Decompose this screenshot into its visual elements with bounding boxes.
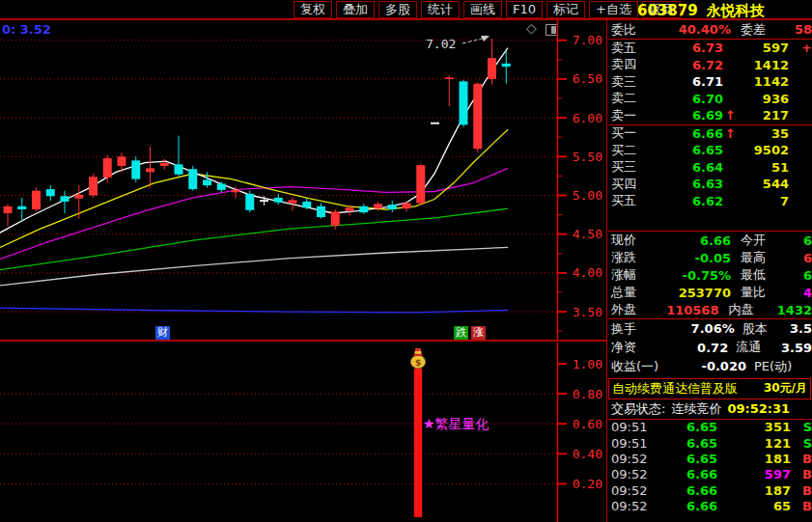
bid-price: 6.65 bbox=[661, 143, 723, 157]
tick-row: 09:526.66187B bbox=[608, 482, 812, 498]
fund-row: 收益(一)-0.020PE(动) bbox=[608, 357, 812, 376]
stat-row: 总量253770量比4 bbox=[608, 284, 812, 301]
stat-value: 6.66 bbox=[661, 234, 731, 248]
tick-price: 6.65 bbox=[656, 420, 717, 434]
bid-volume: 51 bbox=[739, 160, 789, 175]
stat-label: 现价 bbox=[611, 232, 661, 249]
ask-price: 6.69 bbox=[661, 108, 723, 123]
tick-price: 6.66 bbox=[656, 499, 717, 513]
stat-row: 现价6.66今开6 bbox=[608, 232, 812, 249]
tick-volume: 121 bbox=[717, 436, 791, 451]
weibi-label: 委比 bbox=[611, 21, 661, 39]
tab-finance[interactable]: 财 bbox=[155, 326, 170, 340]
ask-price: 6.73 bbox=[661, 41, 723, 55]
menu-fuquan[interactable]: 复权 bbox=[294, 1, 332, 18]
weibi-row: 委比 40.40% 委差 58 bbox=[608, 20, 812, 39]
menu-huaxian[interactable]: 画线 bbox=[463, 1, 502, 18]
fund-row: 换手7.06%股本3.5 bbox=[608, 319, 812, 339]
stat-value: 253770 bbox=[661, 286, 731, 300]
tick-side: B bbox=[791, 483, 812, 498]
svg-text:0.20: 0.20 bbox=[573, 477, 602, 491]
menu-tongji[interactable]: 统计 bbox=[421, 1, 460, 18]
price-gridlines bbox=[0, 41, 557, 312]
subscription-banner[interactable]: 自动续费通达信普及版 30元/月 bbox=[608, 378, 811, 399]
bid-row[interactable]: 买四6.63544 bbox=[608, 176, 812, 193]
stat-label: 涨幅 bbox=[611, 266, 661, 284]
price-arrow-icon: ↑ bbox=[723, 108, 739, 123]
bid-volume: 544 bbox=[739, 177, 789, 191]
bid-price: 6.66 bbox=[661, 126, 723, 141]
ask-price: 6.71 bbox=[661, 74, 723, 89]
svg-text:6.00: 6.00 bbox=[573, 111, 602, 125]
tick-time: 09:52 bbox=[611, 483, 656, 498]
stat-label2: 内盘 bbox=[728, 301, 776, 318]
tick-time: 09:52 bbox=[611, 499, 656, 513]
ask-extra: + bbox=[789, 41, 812, 55]
ask-row[interactable]: 卖一6.69↑217 bbox=[608, 107, 812, 124]
daily-candlestick-chart[interactable]: 7.006.506.005.505.004.504.003.507.02 bbox=[0, 20, 607, 340]
quote-panel: 委比 40.40% 委差 58 卖五6.73597+卖四6.721412卖三6.… bbox=[608, 20, 812, 522]
svg-text:1.00: 1.00 bbox=[573, 357, 602, 371]
bid-row[interactable]: 买一6.66↑35 bbox=[608, 125, 812, 143]
menu-biaoji[interactable]: 标记 bbox=[546, 1, 585, 18]
ask-level-label: 卖四 bbox=[611, 56, 661, 73]
tick-row: 09:526.66597B bbox=[608, 467, 812, 482]
svg-text:6.50: 6.50 bbox=[573, 71, 602, 86]
svg-text:7.02: 7.02 bbox=[426, 37, 456, 51]
bid-row[interactable]: 买五6.627 bbox=[608, 193, 812, 210]
tab-rise[interactable]: 涨 bbox=[471, 326, 486, 340]
bid-row[interactable]: 买三6.6451 bbox=[608, 159, 812, 177]
ask-row[interactable]: 卖四6.721412 bbox=[608, 57, 812, 74]
svg-text:4.00: 4.00 bbox=[573, 265, 602, 280]
stat-label: 总量 bbox=[611, 284, 661, 301]
menu-f10[interactable]: F10 bbox=[506, 1, 543, 18]
menu-diejia[interactable]: 叠加 bbox=[336, 1, 375, 18]
fund-label2: PE(动) bbox=[754, 358, 806, 375]
bid-level-label: 买一 bbox=[611, 124, 661, 142]
bid-row[interactable]: 买二6.659502 bbox=[608, 142, 812, 159]
fund-row: 净资0.72流通3.59 bbox=[608, 339, 812, 358]
stock-name: 永悦科技 bbox=[707, 2, 765, 19]
menu-bar: 复权叠加多股统计画线F10标记+自选返回 bbox=[294, 1, 681, 18]
stat-label: 涨跌 bbox=[611, 249, 661, 266]
bid-book: 买一6.66↑35买二6.659502买三6.6451买四6.63544买五6.… bbox=[608, 125, 812, 210]
app-window: 复权叠加多股统计画线F10标记+自选返回 603879永悦科技 0: 3.52 … bbox=[0, 0, 812, 522]
stat-value2: 6 bbox=[795, 251, 812, 265]
bid-level-label: 买四 bbox=[611, 176, 661, 193]
fund-value: -0.020 bbox=[671, 359, 746, 373]
ask-volume: 597 bbox=[739, 41, 789, 55]
tick-volume: 351 bbox=[717, 420, 791, 434]
tick-time: 09:51 bbox=[611, 420, 656, 434]
ask-price: 6.72 bbox=[661, 58, 723, 72]
ask-row[interactable]: 卖二6.70936 bbox=[608, 91, 812, 108]
menu-add-zixuan[interactable]: +自选 bbox=[589, 1, 638, 18]
ask-row[interactable]: 卖三6.711142 bbox=[608, 73, 812, 91]
bid-level-label: 买二 bbox=[611, 142, 661, 159]
ask-book: 卖五6.73597+卖四6.721412卖三6.711142卖二6.70936卖… bbox=[608, 40, 812, 124]
fund-value: 7.06% bbox=[666, 321, 735, 336]
fund-label: 净资 bbox=[611, 339, 663, 356]
bid-price: 6.63 bbox=[661, 177, 723, 191]
chart-subchart-divider bbox=[0, 340, 607, 342]
tab-fall[interactable]: 跌 bbox=[454, 326, 468, 340]
tick-row: 09:516.65121S bbox=[608, 435, 812, 451]
tick-side: B bbox=[791, 467, 812, 481]
stat-value2: 6 bbox=[795, 268, 812, 283]
stat-row: 涨跌-0.05最高6 bbox=[608, 249, 812, 266]
stat-value2: 4 bbox=[795, 286, 812, 300]
ma-blue bbox=[0, 308, 508, 313]
svg-text:$: $ bbox=[415, 357, 422, 368]
fund-value: 0.72 bbox=[663, 341, 729, 355]
bid-level-label: 买三 bbox=[611, 158, 661, 176]
tick-row: 09:516.65351S bbox=[608, 420, 812, 435]
quote-stats: 现价6.66今开6涨跌-0.05最高6涨幅-0.75%最低6总量253770量比… bbox=[608, 232, 812, 318]
ask-row[interactable]: 卖五6.73597+ bbox=[608, 40, 812, 57]
stat-label: 外盘 bbox=[611, 301, 657, 318]
bid-volume: 9502 bbox=[739, 143, 789, 157]
signal-subchart[interactable]: 1.000.800.600.400.20$ bbox=[0, 343, 607, 522]
ask-price: 6.70 bbox=[661, 92, 723, 106]
stat-label2: 量比 bbox=[741, 284, 795, 301]
fund-value2: 3.5 bbox=[790, 321, 812, 336]
tick-volume: 597 bbox=[717, 467, 791, 481]
menu-duogu[interactable]: 多股 bbox=[378, 1, 417, 18]
